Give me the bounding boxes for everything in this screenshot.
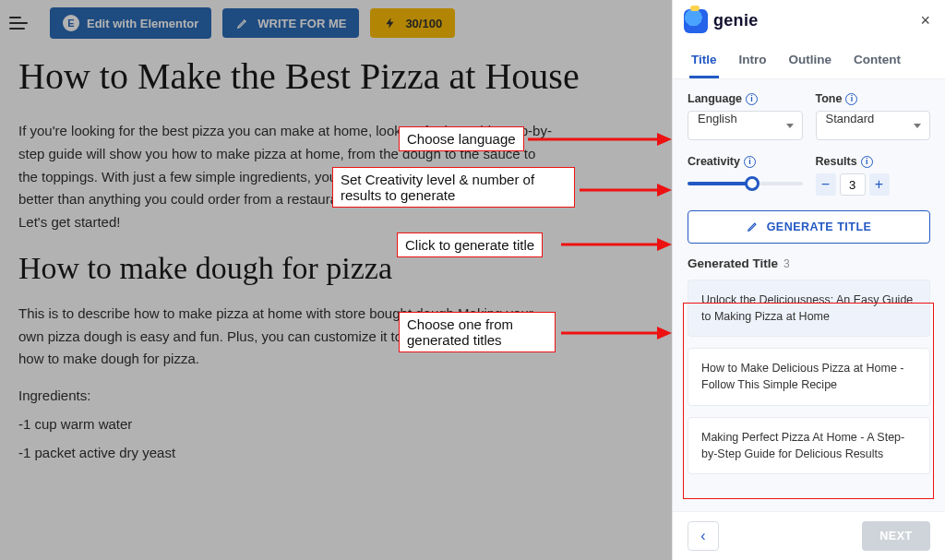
genie-panel: genie × Title Intro Outline Content Lang…: [672, 0, 945, 560]
pen-icon: [235, 16, 250, 30]
info-icon[interactable]: i: [744, 156, 756, 168]
annotation-choose-generated: Choose one from generated titles: [399, 312, 556, 352]
results-value[interactable]: [840, 173, 866, 196]
tone-label: Tone: [816, 92, 843, 105]
annotation-creativity-results: Set Creativity level & number of results…: [332, 167, 575, 208]
info-icon[interactable]: i: [746, 93, 758, 105]
next-button[interactable]: NEXT: [862, 521, 930, 551]
chevron-left-icon: ‹: [700, 528, 705, 543]
info-icon[interactable]: i: [845, 93, 857, 105]
tone-select[interactable]: Standard: [816, 111, 931, 140]
creativity-slider[interactable]: [688, 173, 803, 194]
elementor-icon: E: [63, 15, 79, 31]
tab-content[interactable]: Content: [852, 45, 903, 78]
panel-tabs: Title Intro Outline Content: [673, 42, 945, 79]
tab-outline[interactable]: Outline: [787, 45, 834, 78]
article-h2[interactable]: How to make dough for pizza: [18, 251, 653, 286]
bolt-icon: [383, 16, 398, 30]
generated-title-item[interactable]: Unlock the Deliciousness: An Easy Guide …: [688, 280, 930, 337]
creativity-label: Creativity: [688, 155, 740, 168]
language-label: Language: [688, 92, 742, 105]
info-icon[interactable]: i: [861, 156, 873, 168]
genie-logo: genie: [684, 9, 759, 33]
tab-intro[interactable]: Intro: [737, 45, 769, 78]
genie-logo-icon: [684, 9, 708, 33]
ingredients-heading[interactable]: Ingredients:: [18, 387, 653, 403]
article-title[interactable]: How to Make the Best Pizza at House: [18, 55, 653, 98]
generated-title-count: 3: [784, 257, 790, 270]
credits-button[interactable]: 30/100: [370, 8, 455, 38]
back-button[interactable]: ‹: [688, 521, 719, 551]
results-decrement[interactable]: −: [816, 173, 836, 196]
language-value: English: [698, 112, 737, 125]
annotation-generate-title: Click to generate title: [397, 232, 543, 257]
ingredient-2[interactable]: -1 packet active dry yeast: [18, 445, 653, 460]
generate-title-button[interactable]: GENERATE TITLE: [688, 210, 930, 244]
generated-title-heading: Generated Title: [688, 256, 778, 270]
tab-title[interactable]: Title: [689, 45, 719, 78]
write-label: WRITE FOR ME: [257, 17, 346, 30]
results-increment[interactable]: +: [869, 173, 890, 196]
language-select[interactable]: English: [688, 111, 803, 140]
menu-icon[interactable]: [9, 13, 30, 33]
generated-title-list: Unlock the Deliciousness: An Easy Guide …: [688, 280, 930, 474]
genie-logo-text: genie: [713, 11, 759, 30]
ingredient-1[interactable]: -1 cup warm water: [18, 416, 653, 432]
generated-title-item[interactable]: How to Make Delicious Pizza at Home - Fo…: [688, 348, 930, 405]
editor-body: How to Make the Best Pizza at House If y…: [0, 46, 672, 560]
edit-elementor-button[interactable]: E Edit with Elementor: [50, 7, 211, 39]
annotation-choose-language: Choose language: [399, 126, 524, 151]
edit-elementor-label: Edit with Elementor: [87, 17, 198, 30]
results-label: Results: [816, 155, 857, 168]
close-icon[interactable]: ×: [916, 7, 934, 34]
write-for-me-button[interactable]: WRITE FOR ME: [222, 8, 359, 38]
tone-value: Standard: [826, 112, 875, 125]
credits-label: 30/100: [405, 17, 442, 30]
generated-title-item[interactable]: Making Perfect Pizza At Home - A Step-by…: [688, 417, 930, 474]
pen-icon: [747, 220, 760, 235]
generate-title-label: GENERATE TITLE: [767, 220, 872, 233]
